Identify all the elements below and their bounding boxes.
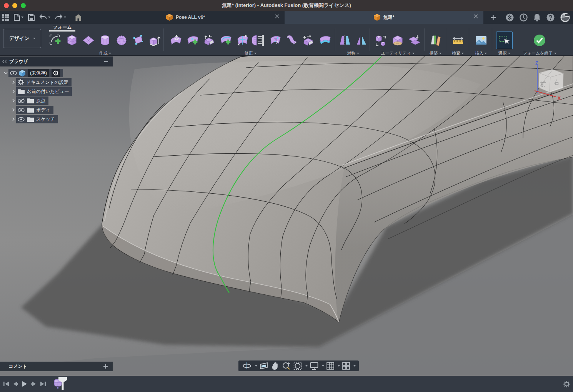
visibility-eye-icon[interactable] — [18, 108, 25, 112]
chevron-down-icon[interactable] — [3, 72, 8, 75]
sphere-button[interactable] — [113, 32, 130, 49]
new-design-icon[interactable] — [12, 11, 26, 24]
orbit-icon[interactable] — [242, 360, 252, 371]
collapse-panel-icon[interactable] — [2, 60, 7, 63]
job-status-icon[interactable] — [520, 13, 528, 22]
chevron-right-icon[interactable] — [11, 90, 16, 93]
panel-select-label[interactable]: 選択 — [498, 50, 510, 56]
unweld-button[interactable] — [300, 32, 316, 49]
go-to-end-icon[interactable] — [38, 379, 48, 389]
cylinder-button[interactable] — [97, 32, 113, 49]
close-tab-icon[interactable] — [275, 14, 279, 18]
create-sketch-button[interactable] — [47, 32, 64, 49]
face-button[interactable] — [130, 32, 147, 49]
repair-body-button[interactable] — [390, 32, 406, 49]
panel-construct-label[interactable]: 構築 — [430, 50, 441, 56]
step-back-icon[interactable] — [11, 379, 20, 389]
merge-edge-button[interactable] — [267, 32, 283, 49]
apps-grid-icon[interactable] — [0, 11, 12, 24]
visibility-off-eye-icon[interactable] — [18, 98, 25, 103]
insert-canvas-button[interactable] — [473, 32, 489, 49]
timeline-settings-gear-icon[interactable] — [563, 381, 570, 387]
display-settings-dropdown[interactable] — [322, 365, 324, 367]
undo-dropdown[interactable] — [48, 17, 50, 18]
extensions-icon[interactable] — [506, 13, 514, 22]
step-forward-icon[interactable] — [29, 379, 38, 389]
browser-row-named-views[interactable]: 名前の付いたビュー — [0, 87, 113, 96]
grid-dropdown[interactable] — [338, 365, 340, 367]
select-button[interactable] — [496, 32, 513, 49]
timeline-playhead[interactable] — [58, 377, 67, 390]
browser-row-sketches[interactable]: スケッチ — [0, 115, 113, 124]
workspace-selector[interactable]: デザイン — [3, 29, 41, 48]
new-design-dropdown[interactable] — [21, 17, 23, 18]
plane-button[interactable] — [80, 32, 97, 49]
viewports-dropdown[interactable] — [353, 365, 356, 367]
zoom-icon[interactable] — [281, 360, 291, 371]
insert-point-button[interactable] — [184, 32, 201, 49]
panel-symmetry-label[interactable]: 対称 — [347, 50, 359, 56]
chevron-right-icon[interactable] — [11, 117, 16, 121]
finish-form-button[interactable] — [531, 32, 548, 49]
chevron-right-icon[interactable] — [11, 80, 16, 84]
browser-row-document[interactable]: (未保存) — [0, 68, 113, 78]
comments-bar[interactable]: コメント — [0, 362, 113, 371]
undo-icon[interactable] — [37, 11, 53, 24]
subdivide-button[interactable] — [234, 32, 250, 49]
home-icon[interactable] — [72, 11, 84, 24]
panel-modify-label[interactable]: 修正 — [245, 50, 257, 56]
chevron-right-icon[interactable] — [11, 99, 16, 103]
grid-icon[interactable] — [326, 360, 335, 371]
help-icon[interactable] — [546, 13, 555, 22]
new-tab-plus-icon[interactable] — [488, 13, 498, 22]
panel-create-label[interactable]: 作成 — [99, 50, 111, 56]
look-at-icon[interactable] — [259, 360, 269, 371]
display-settings-icon[interactable] — [309, 360, 319, 371]
user-avatar[interactable] — [560, 13, 570, 22]
crease-button[interactable] — [201, 32, 217, 49]
visibility-eye-icon[interactable] — [18, 117, 25, 121]
orbit-dropdown[interactable] — [255, 365, 257, 367]
play-icon[interactable] — [20, 379, 29, 389]
construct-plane-button[interactable] — [427, 32, 444, 49]
mirror-internal-button[interactable] — [336, 32, 353, 49]
go-to-start-icon[interactable] — [2, 379, 11, 389]
document-name[interactable]: (未保存) — [28, 69, 49, 77]
viewports-icon[interactable] — [341, 360, 351, 371]
fit-dropdown[interactable] — [305, 365, 308, 367]
thicken-button[interactable] — [316, 32, 333, 49]
add-comment-icon[interactable] — [103, 364, 108, 369]
browser-row-origin[interactable]: 原点 — [0, 96, 113, 105]
circular-internal-button[interactable] — [353, 32, 370, 49]
panel-inspect-label[interactable]: 検査 — [452, 50, 464, 56]
visibility-eye-icon[interactable] — [10, 71, 17, 75]
panel-finish-form-label[interactable]: フォームを終了 — [523, 50, 556, 56]
save-icon[interactable] — [26, 11, 37, 24]
redo-dropdown[interactable] — [64, 17, 66, 18]
convert-button[interactable] — [373, 32, 390, 49]
active-document-radio[interactable] — [52, 69, 60, 77]
edit-form-button[interactable] — [168, 32, 184, 49]
bridge-button[interactable] — [283, 32, 300, 49]
browser-row-document-settings[interactable]: ドキュメントの設定 — [0, 78, 113, 87]
minimize-panel-icon[interactable] — [104, 61, 108, 62]
flatten-button[interactable] — [250, 32, 267, 49]
notifications-icon[interactable] — [533, 13, 541, 22]
chevron-right-icon[interactable] — [11, 108, 16, 112]
close-tab-icon[interactable] — [474, 14, 478, 18]
extrude-button[interactable] — [147, 32, 163, 49]
redo-icon[interactable] — [53, 11, 68, 24]
viewcube-front-label[interactable]: 前 — [540, 81, 546, 87]
insert-edge-button[interactable] — [217, 32, 234, 49]
pan-icon[interactable] — [270, 360, 280, 371]
document-tab-pose-all[interactable]: Pose ALL v6* — [87, 11, 285, 24]
viewcube-right-label[interactable]: 右 — [553, 79, 560, 85]
panel-utilities-label[interactable]: ユーティリティ — [381, 50, 415, 56]
display-mode-button[interactable] — [406, 32, 423, 49]
document-tab-untitled[interactable]: 無題* — [285, 11, 483, 24]
context-tab-form[interactable]: フォーム — [49, 24, 75, 31]
browser-row-bodies[interactable]: ボディ — [0, 105, 113, 115]
panel-insert-label[interactable]: 挿入 — [475, 50, 487, 56]
box-button[interactable] — [64, 32, 80, 49]
measure-button[interactable] — [450, 32, 466, 49]
